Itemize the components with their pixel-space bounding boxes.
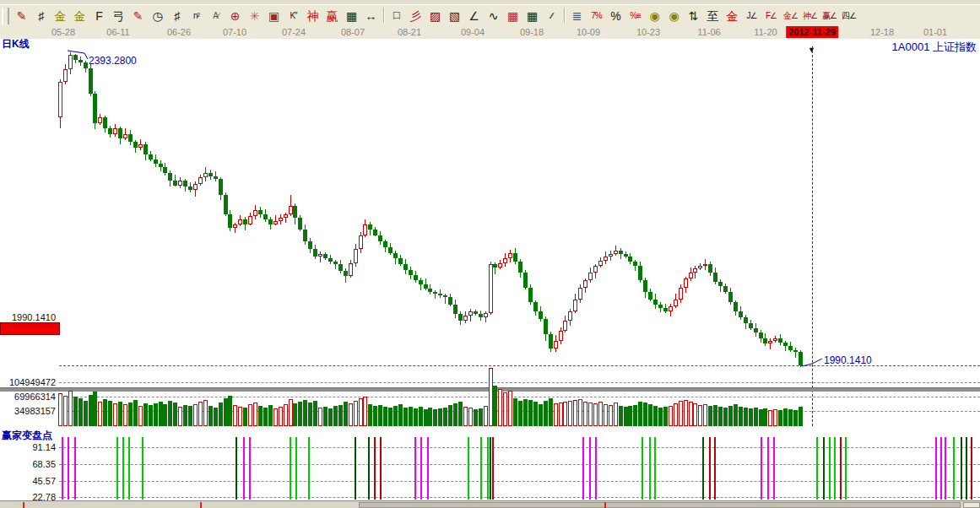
- blue-ruler-icon[interactable]: ≣: [568, 7, 586, 25]
- signal-bar: [654, 437, 656, 500]
- indicator-gridline: [59, 481, 980, 482]
- frame-icon[interactable]: 囗: [387, 7, 405, 25]
- slashes-icon[interactable]: ∕∕: [543, 7, 560, 25]
- volume-bar: [243, 408, 247, 426]
- volume-bar: [419, 407, 423, 426]
- volume-bar: [273, 408, 278, 426]
- shen-angle-icon[interactable]: 神∠: [801, 7, 819, 25]
- candle-body: [163, 167, 167, 173]
- volume-bar: [233, 405, 237, 426]
- f-angle-icon[interactable]: F∠: [762, 7, 780, 25]
- volume-bar: [354, 401, 358, 426]
- gold-lines-icon[interactable]: 金: [723, 7, 741, 25]
- signal-bar: [767, 437, 769, 500]
- ruler-123-icon[interactable]: ▦: [343, 7, 360, 25]
- k-quote-icon[interactable]: K″: [284, 7, 302, 25]
- indicator-label[interactable]: 赢家变盘点: [2, 429, 52, 443]
- volume-bar: [383, 407, 387, 426]
- candle-body: [383, 241, 387, 247]
- gold-hash-icon-1[interactable]: 金: [51, 7, 69, 25]
- j-angle-icon[interactable]: J∠: [743, 7, 761, 25]
- candle-body: [728, 292, 733, 302]
- volume-bar: [544, 401, 548, 426]
- signal-bar: [649, 437, 651, 500]
- hash-grid-icon[interactable]: ♯: [168, 7, 186, 25]
- candle-body: [428, 289, 432, 292]
- candle-body: [193, 184, 198, 190]
- candle-body: [108, 128, 112, 134]
- si-angle-icon[interactable]: 四∠: [840, 7, 858, 25]
- signal-bar: [761, 437, 762, 500]
- volume-bar: [258, 406, 263, 426]
- candle-body: [568, 311, 572, 321]
- candle-body: [214, 176, 218, 179]
- grid-arrow-icon[interactable]: ▦: [523, 7, 541, 25]
- sort-arrows-icon[interactable]: ⇅: [685, 7, 702, 25]
- candle-body: [484, 313, 488, 317]
- date-tick: 07-24: [282, 27, 306, 37]
- red-grid-icon[interactable]: ▦: [504, 7, 522, 25]
- coin-icon-1[interactable]: ◉: [646, 7, 663, 25]
- candle-body: [479, 314, 483, 317]
- volume-bar: [414, 408, 418, 426]
- ying-angle-icon[interactable]: 赢∠: [820, 7, 838, 25]
- toolbar-separator: [561, 8, 567, 24]
- pencil-rays-icon[interactable]: ∠: [465, 7, 483, 25]
- ying-hash-icon[interactable]: 赢: [323, 7, 341, 25]
- starburst-icon[interactable]: ✳: [246, 7, 263, 25]
- stock-app-window: ✎♯金金F弓✎◷♯n²A∕⊕✳▣K″神赢▦↔囗彡▨▧∠∿▦▦∕∕≣7%%%≡◉◉…: [0, 0, 980, 508]
- candle-body: [219, 179, 223, 195]
- fan-box-icon[interactable]: ▧: [446, 7, 463, 25]
- zhi-lines-icon[interactable]: 至: [704, 7, 722, 25]
- box-target-icon[interactable]: ▣: [265, 7, 283, 25]
- date-tick: 11-06: [697, 27, 720, 37]
- volume-bar: [703, 404, 707, 426]
- volume-bar: [518, 401, 522, 426]
- date-tick: 09-18: [520, 27, 544, 37]
- pen-icon[interactable]: ✎: [13, 7, 30, 25]
- clock-icon[interactable]: ◷: [149, 7, 166, 25]
- shaded-rays-icon[interactable]: ▨: [426, 7, 444, 25]
- volume-bar: [783, 408, 788, 426]
- signal-bar: [961, 437, 962, 500]
- candle-body: [749, 323, 753, 328]
- toolbar-grip[interactable]: [2, 8, 9, 24]
- gold-hash-icon-2[interactable]: 金: [71, 7, 89, 25]
- brush-icon[interactable]: ✎: [129, 7, 147, 25]
- volume-bar: [443, 408, 447, 426]
- current-price-box: [0, 322, 60, 335]
- volume-bar: [578, 399, 582, 426]
- percent-icon[interactable]: %: [607, 7, 625, 25]
- rays-icon[interactable]: 彡: [407, 7, 425, 25]
- zigzag-icon[interactable]: ∿: [485, 7, 502, 25]
- candle-body: [463, 316, 468, 321]
- percent-lines-icon[interactable]: %≡: [626, 7, 644, 25]
- width-icon[interactable]: ↔: [362, 7, 380, 25]
- volume-bar: [528, 400, 533, 426]
- indicator-gridline: [59, 464, 980, 465]
- target-icon[interactable]: ⊕: [226, 7, 244, 25]
- volume-bar: [619, 406, 623, 426]
- date-tick: 09-04: [461, 27, 485, 37]
- signal-bar: [290, 437, 291, 500]
- volume-bar: [763, 408, 767, 426]
- signal-bar: [249, 437, 251, 500]
- gold-angle-icon[interactable]: 金∠: [782, 7, 799, 25]
- horizontal-scrollbar[interactable]: [0, 500, 980, 508]
- candle-body: [544, 319, 548, 334]
- signal-bar: [374, 437, 376, 500]
- coin-icon-2[interactable]: ◉: [665, 7, 683, 25]
- spiral-hash-icon[interactable]: 弓: [110, 7, 127, 25]
- period-label[interactable]: 日K线: [2, 37, 30, 51]
- percent-strike-icon[interactable]: 7%: [587, 7, 605, 25]
- n-squared-icon[interactable]: n²: [187, 7, 205, 25]
- scrollbar-thumb[interactable]: [359, 502, 961, 508]
- scrollbar-button[interactable]: [963, 502, 980, 508]
- candle-body: [178, 181, 182, 186]
- a-slash-icon[interactable]: A∕: [207, 7, 225, 25]
- shen-hash-icon[interactable]: 神: [304, 7, 322, 25]
- left-axis-price-label: 1990.1410: [0, 312, 56, 322]
- kline-hash-icon[interactable]: ♯: [32, 7, 50, 25]
- f-hash-icon[interactable]: F: [90, 7, 108, 25]
- volume-bar: [679, 401, 683, 426]
